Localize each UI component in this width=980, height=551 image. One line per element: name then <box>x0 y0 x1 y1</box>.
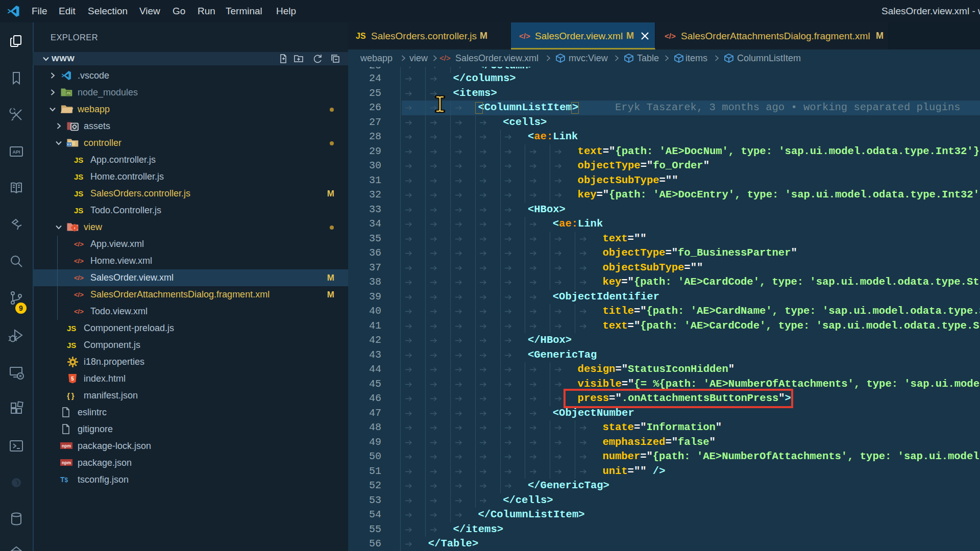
svg-text:API: API <box>12 149 20 155</box>
svg-text:›: › <box>74 225 76 230</box>
svg-text:npm: npm <box>62 443 71 448</box>
svg-text:npm: npm <box>62 460 71 465</box>
svg-text:JS: JS <box>66 91 71 95</box>
svg-text:5: 5 <box>71 376 74 382</box>
